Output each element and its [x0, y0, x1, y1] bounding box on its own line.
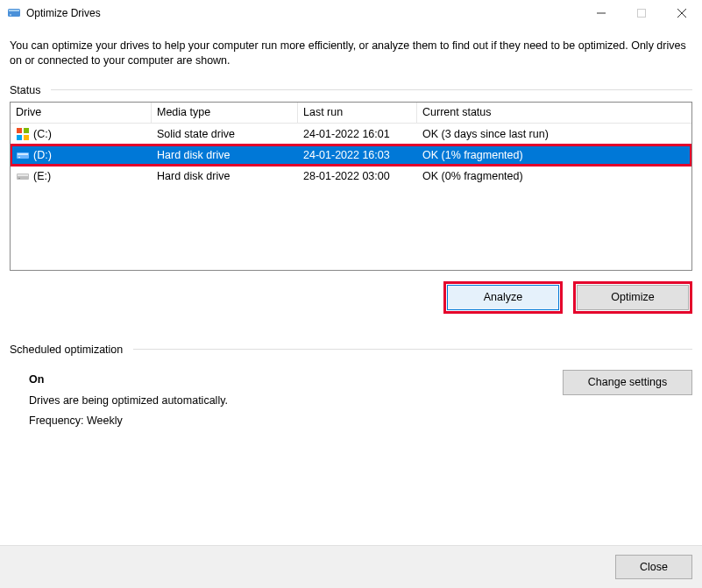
column-status[interactable]: Current status — [417, 103, 691, 123]
column-lastrun[interactable]: Last run — [298, 103, 417, 123]
drives-listview[interactable]: Drive Media type Last run Current status… — [10, 102, 692, 271]
description-text: You can optimize your drives to help you… — [10, 39, 692, 68]
app-icon — [7, 6, 21, 20]
scheduled-desc: Drives are being optimized automatically… — [29, 391, 563, 412]
scheduled-section: Scheduled optimization On Drives are bei… — [10, 344, 692, 432]
close-button[interactable]: Close — [615, 555, 692, 579]
hdd-drive-icon — [16, 148, 30, 162]
drive-lastrun: 24-01-2022 16:03 — [298, 145, 417, 166]
svg-rect-12 — [18, 153, 28, 155]
column-media[interactable]: Media type — [152, 103, 298, 123]
drive-status: OK (3 days since last run) — [417, 124, 691, 145]
action-buttons: Analyze Optimize — [10, 281, 692, 314]
drive-media: Hard disk drive — [152, 166, 298, 187]
drive-row[interactable]: (E:) Hard disk drive 28-01-2022 03:00 OK… — [11, 166, 691, 187]
divider — [133, 349, 692, 350]
analyze-button[interactable]: Analyze — [447, 285, 559, 310]
svg-point-16 — [18, 177, 20, 179]
window-title: Optimize Drives — [26, 7, 101, 19]
window-controls — [581, 0, 702, 26]
drive-row[interactable]: (C:) Solid state drive 24-01-2022 16:01 … — [11, 124, 691, 145]
status-section-label: Status — [10, 84, 692, 96]
drive-name: (E:) — [33, 170, 51, 182]
drive-status: OK (1% fragmented) — [417, 145, 691, 166]
drive-lastrun: 24-01-2022 16:01 — [298, 124, 417, 145]
analyze-highlight: Analyze — [443, 281, 563, 314]
hdd-drive-icon — [16, 169, 30, 183]
scheduled-state: On — [29, 370, 563, 391]
optimize-button[interactable]: Optimize — [577, 285, 689, 310]
scheduled-section-label: Scheduled optimization — [10, 344, 692, 356]
close-window-button[interactable] — [662, 0, 702, 26]
svg-point-2 — [10, 14, 11, 16]
dialog-footer: Close — [0, 545, 702, 588]
drive-lastrun: 28-01-2022 03:00 — [298, 166, 417, 187]
minimize-button[interactable] — [581, 0, 621, 26]
svg-rect-8 — [24, 128, 29, 133]
windows-drive-icon — [16, 127, 30, 141]
drive-name: (D:) — [33, 149, 52, 161]
svg-rect-10 — [24, 135, 29, 140]
change-settings-button[interactable]: Change settings — [563, 370, 692, 395]
svg-rect-15 — [18, 174, 28, 176]
optimize-highlight: Optimize — [573, 281, 692, 314]
drive-row[interactable]: (D:) Hard disk drive 24-01-2022 16:03 OK… — [11, 145, 691, 166]
drive-media: Hard disk drive — [152, 145, 298, 166]
column-drive[interactable]: Drive — [11, 103, 152, 123]
drive-name: (C:) — [33, 128, 52, 140]
svg-rect-4 — [638, 10, 646, 18]
listview-header[interactable]: Drive Media type Last run Current status — [11, 103, 691, 124]
drive-media: Solid state drive — [152, 124, 298, 145]
titlebar: Optimize Drives — [0, 0, 702, 26]
drive-status: OK (0% fragmented) — [417, 166, 691, 187]
scheduled-freq: Frequency: Weekly — [29, 411, 563, 432]
svg-rect-1 — [9, 10, 19, 11]
maximize-button — [621, 0, 662, 26]
svg-rect-9 — [17, 135, 22, 140]
divider — [51, 89, 692, 90]
svg-point-13 — [18, 156, 20, 158]
svg-rect-7 — [17, 128, 22, 133]
